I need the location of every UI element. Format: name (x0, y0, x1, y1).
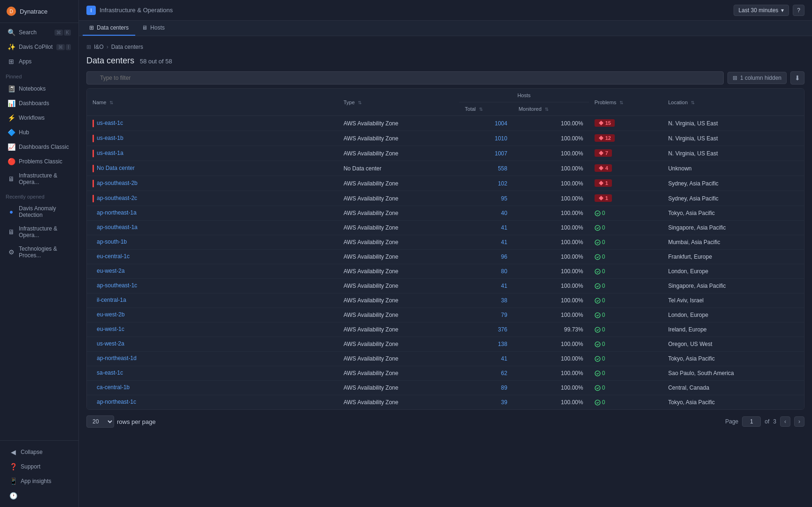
cell-name-link[interactable]: il-central-1a (97, 297, 126, 303)
total-link[interactable]: 95 (501, 195, 507, 202)
cell-total[interactable]: 41 (459, 221, 513, 235)
total-link[interactable]: 41 (501, 283, 507, 289)
cell-name-link[interactable]: ap-northeast-1c (97, 399, 136, 405)
problem-badge[interactable]: 7 (595, 149, 612, 157)
sidebar-item-search[interactable]: 🔍 Search ⌘ K (2, 25, 77, 39)
sidebar-item-collapse[interactable]: ◀ Collapse (4, 445, 75, 459)
column-hidden-button[interactable]: ⊞ 1 column hidden (727, 72, 787, 84)
rows-per-page-select[interactable]: 20 50 100 (86, 415, 114, 428)
total-link[interactable]: 41 (501, 224, 507, 231)
cell-name-link[interactable]: ap-southeast-1c (97, 282, 137, 289)
table-row[interactable]: us-east-1aAWS Availability Zone1007100.0… (87, 146, 804, 161)
total-link[interactable]: 41 (501, 239, 507, 246)
total-link[interactable]: 39 (501, 399, 507, 406)
cell-total[interactable]: 79 (459, 308, 513, 323)
cell-name-link[interactable]: eu-west-2b (97, 311, 124, 318)
total-link[interactable]: 1007 (495, 150, 507, 157)
sidebar-item-problems-classic[interactable]: 🔴 Problems Classic (2, 154, 77, 169)
prev-page-button[interactable]: ‹ (780, 416, 790, 427)
sidebar-item-infrastructure[interactable]: 🖥 Infrastructure & Opera... (2, 169, 77, 189)
th-problems[interactable]: Problems ⇅ (589, 89, 663, 116)
table-row[interactable]: us-east-1bAWS Availability Zone1010100.0… (87, 131, 804, 146)
table-row[interactable]: No Data centerNo Data center558100.00% 4… (87, 161, 804, 176)
table-row[interactable]: eu-west-2aAWS Availability Zone80100.00%… (87, 264, 804, 279)
cell-total[interactable]: 39 (459, 395, 513, 410)
table-row[interactable]: sa-east-1cAWS Availability Zone62100.00%… (87, 366, 804, 381)
total-link[interactable]: 40 (501, 210, 507, 216)
cell-name-link[interactable]: eu-west-2a (97, 268, 124, 274)
breadcrumb-ieo[interactable]: I&O (94, 44, 104, 50)
cell-name-link[interactable]: ap-northeast-1d (97, 355, 137, 361)
table-row[interactable]: us-east-1cAWS Availability Zone1004100.0… (87, 116, 804, 131)
time-selector[interactable]: Last 30 minutes ▾ (734, 5, 789, 16)
cell-total[interactable]: 1010 (459, 131, 513, 146)
total-link[interactable]: 62 (501, 370, 507, 376)
cell-name-link[interactable]: ap-southeast-1a (97, 224, 138, 230)
cell-name-link[interactable]: ap-south-1b (97, 238, 127, 245)
cell-total[interactable]: 41 (459, 235, 513, 250)
sidebar-item-copilot[interactable]: ✨ Davis CoPilot ⌘ I (2, 40, 77, 54)
nav-hosts[interactable]: 🖥 Hosts (135, 21, 171, 36)
cell-name-link[interactable]: us-west-2a (97, 340, 124, 347)
cell-total[interactable]: 95 (459, 191, 513, 206)
filter-input[interactable] (86, 71, 724, 84)
cell-name-link[interactable]: us-east-1b (97, 135, 124, 141)
problem-badge[interactable]: 12 (595, 134, 615, 142)
total-link[interactable]: 38 (501, 297, 507, 304)
cell-total[interactable]: 1004 (459, 116, 513, 131)
th-monitored[interactable]: Monitored ⇅ (513, 102, 589, 116)
th-name[interactable]: Name ⇅ (87, 89, 338, 116)
total-link[interactable]: 102 (498, 180, 507, 187)
table-row[interactable]: ap-southeast-2cAWS Availability Zone9510… (87, 191, 804, 206)
cell-total[interactable]: 138 (459, 337, 513, 352)
th-type[interactable]: Type ⇅ (338, 89, 459, 116)
table-row[interactable]: ap-northeast-1aAWS Availability Zone4010… (87, 206, 804, 221)
sidebar-item-technologies[interactable]: ⚙ Technologies & Proces... (2, 242, 77, 262)
table-row[interactable]: ap-southeast-1cAWS Availability Zone4110… (87, 279, 804, 293)
total-link[interactable]: 558 (498, 165, 507, 172)
cell-total[interactable]: 41 (459, 352, 513, 366)
total-link[interactable]: 1004 (495, 120, 507, 127)
cell-name-link[interactable]: ap-northeast-1a (97, 209, 137, 216)
sidebar-item-notebooks[interactable]: 📓 Notebooks (2, 82, 77, 96)
cell-name-link[interactable]: eu-west-1c (97, 326, 124, 332)
sidebar-item-support[interactable]: ❓ Support (4, 460, 75, 474)
nav-data-centers[interactable]: ⊞ Data centers (83, 21, 135, 36)
cell-total[interactable]: 80 (459, 264, 513, 279)
cell-name-link[interactable]: ap-southeast-2b (97, 180, 138, 186)
cell-total[interactable]: 1007 (459, 146, 513, 161)
next-page-button[interactable]: › (794, 416, 804, 427)
table-row[interactable]: eu-central-1cAWS Availability Zone96100.… (87, 250, 804, 264)
cell-total[interactable]: 40 (459, 206, 513, 221)
th-location[interactable]: Location ⇅ (663, 89, 804, 116)
problem-badge[interactable]: 1 (595, 179, 612, 187)
help-button[interactable]: ? (793, 5, 804, 16)
sidebar-item-dashboards[interactable]: 📊 Dashboards (2, 96, 77, 110)
cell-total[interactable]: 89 (459, 381, 513, 395)
table-row[interactable]: eu-west-1cAWS Availability Zone37699.73%… (87, 323, 804, 337)
table-row[interactable]: ca-central-1bAWS Availability Zone89100.… (87, 381, 804, 395)
cell-total[interactable]: 41 (459, 279, 513, 293)
cell-name-link[interactable]: us-east-1c (97, 120, 123, 126)
total-link[interactable]: 96 (501, 254, 507, 260)
table-row[interactable]: ap-south-1bAWS Availability Zone41100.00… (87, 235, 804, 250)
sidebar-item-dashboards-classic[interactable]: 📈 Dashboards Classic (2, 140, 77, 154)
total-link[interactable]: 138 (498, 341, 507, 347)
cell-total[interactable]: 38 (459, 293, 513, 308)
cell-name-link[interactable]: ca-central-1b (97, 384, 130, 391)
download-button[interactable]: ⬇ (790, 71, 804, 84)
sidebar-item-apps[interactable]: ⊞ Apps (2, 54, 77, 69)
table-row[interactable]: ap-southeast-1aAWS Availability Zone4110… (87, 221, 804, 235)
cell-name-link[interactable]: eu-central-1c (97, 253, 130, 260)
th-total[interactable]: Total ⇅ (459, 102, 513, 116)
table-row[interactable]: us-west-2aAWS Availability Zone138100.00… (87, 337, 804, 352)
sidebar-item-infra-recent[interactable]: 🖥 Infrastructure & Opera... (2, 222, 77, 242)
cell-total[interactable]: 102 (459, 176, 513, 191)
total-link[interactable]: 80 (501, 268, 507, 275)
sidebar-item-app-insights[interactable]: 📱 App insights (4, 474, 75, 488)
table-row[interactable]: ap-southeast-2bAWS Availability Zone1021… (87, 176, 804, 191)
table-row[interactable]: ap-northeast-1cAWS Availability Zone3910… (87, 395, 804, 410)
cell-total[interactable]: 96 (459, 250, 513, 264)
table-row[interactable]: ap-northeast-1dAWS Availability Zone4110… (87, 352, 804, 366)
sidebar-item-hub[interactable]: 🔷 Hub (2, 125, 77, 139)
